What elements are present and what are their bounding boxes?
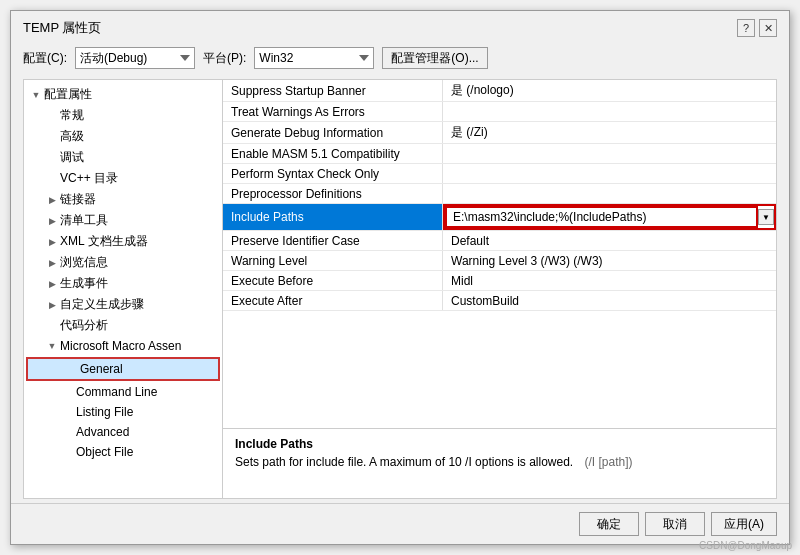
prop-row[interactable]: Warning Level Warning Level 3 (/W3) (/W3… <box>223 251 776 271</box>
tree-item-masm[interactable]: ▼ Microsoft Macro Assen <box>24 336 222 356</box>
tree-label: General <box>80 362 123 376</box>
prop-row[interactable]: Enable MASM 5.1 Compatibility <box>223 144 776 164</box>
prop-row[interactable]: Preprocessor Definitions <box>223 184 776 204</box>
prop-value: Midl <box>443 271 776 290</box>
tree-item-masm-general[interactable]: General <box>28 359 218 379</box>
properties-dialog: TEMP 属性页 ? ✕ 配置(C): 活动(Debug) 平台(P): Win… <box>10 10 790 545</box>
tree-label: Microsoft Macro Assen <box>60 339 181 353</box>
prop-row[interactable]: Generate Debug Information 是 (/Zi) <box>223 122 776 144</box>
prop-name: Suppress Startup Banner <box>223 80 443 101</box>
tree-item-linker[interactable]: ▶ 链接器 <box>24 189 222 210</box>
prop-name: Perform Syntax Check Only <box>223 164 443 183</box>
info-panel: Include Paths Sets path for include file… <box>223 428 776 498</box>
help-button[interactable]: ? <box>737 19 755 37</box>
tree-label: Object File <box>76 445 133 459</box>
tree-label: Command Line <box>76 385 157 399</box>
dialog-title: TEMP 属性页 <box>23 19 102 37</box>
apply-button[interactable]: 应用(A) <box>711 512 777 536</box>
tree-label: XML 文档生成器 <box>60 233 148 250</box>
config-select[interactable]: 活动(Debug) <box>75 47 195 69</box>
tree-label: 生成事件 <box>60 275 108 292</box>
platform-label: 平台(P): <box>203 50 246 67</box>
spacer-icon <box>44 150 60 166</box>
tree-item-clean[interactable]: ▶ 清单工具 <box>24 210 222 231</box>
tree-label: 常规 <box>60 107 84 124</box>
tree-item-browse[interactable]: ▶ 浏览信息 <box>24 252 222 273</box>
manager-button[interactable]: 配置管理器(O)... <box>382 47 487 69</box>
watermark: CSDN@DongMaoup <box>699 540 792 551</box>
expand-right-icon: ▶ <box>44 276 60 292</box>
include-paths-dropdown[interactable]: ▼ <box>758 209 774 225</box>
prop-row[interactable]: Perform Syntax Check Only <box>223 164 776 184</box>
prop-row[interactable]: Suppress Startup Banner 是 (/nologo) <box>223 80 776 102</box>
info-desc-text: Sets path for include file. A maximum of… <box>235 455 573 469</box>
prop-row[interactable]: Preserve Identifier Case Default <box>223 231 776 251</box>
prop-value <box>443 144 776 163</box>
tree-item-vcpp[interactable]: VC++ 目录 <box>24 168 222 189</box>
config-label: 配置(C): <box>23 50 67 67</box>
tree-label: 自定义生成步骤 <box>60 296 144 313</box>
prop-value: Default <box>443 231 776 250</box>
tree-item-codeana[interactable]: 代码分析 <box>24 315 222 336</box>
tree-item-xml[interactable]: ▶ XML 文档生成器 <box>24 231 222 252</box>
expand-right-icon: ▶ <box>44 297 60 313</box>
tree-root-label: 配置属性 <box>44 86 92 103</box>
tree-label: 代码分析 <box>60 317 108 334</box>
expand-right-icon: ▶ <box>44 213 60 229</box>
prop-value <box>443 164 776 183</box>
tree-item-build[interactable]: ▶ 生成事件 <box>24 273 222 294</box>
platform-select[interactable]: Win32 <box>254 47 374 69</box>
expand-down-icon: ▼ <box>44 338 60 354</box>
spacer-icon <box>64 361 80 377</box>
spacer-icon <box>44 171 60 187</box>
prop-name: Preprocessor Definitions <box>223 184 443 203</box>
info-hint: (/I [path]) <box>585 455 633 469</box>
main-content: ▼ 配置属性 常规 高级 调试 VC++ <box>11 75 789 503</box>
prop-value: 是 (/nologo) <box>443 80 776 101</box>
expand-right-icon: ▶ <box>44 192 60 208</box>
prop-name: Warning Level <box>223 251 443 270</box>
ok-button[interactable]: 确定 <box>579 512 639 536</box>
tree-label: VC++ 目录 <box>60 170 118 187</box>
tree-label: 浏览信息 <box>60 254 108 271</box>
expand-icon: ▼ <box>28 87 44 103</box>
tree-root: ▼ 配置属性 常规 高级 调试 VC++ <box>24 84 222 462</box>
prop-row[interactable]: Execute Before Midl <box>223 271 776 291</box>
title-bar: TEMP 属性页 ? ✕ <box>11 11 789 41</box>
tree-item-custom[interactable]: ▶ 自定义生成步骤 <box>24 294 222 315</box>
spacer-icon <box>60 444 76 460</box>
tree-label: 调试 <box>60 149 84 166</box>
spacer-icon <box>44 129 60 145</box>
prop-row-include-paths[interactable]: Include Paths E:\masm32\include;%(Includ… <box>223 204 776 231</box>
include-paths-value: E:\masm32\include;%(IncludePaths) <box>445 206 758 228</box>
right-panel: Suppress Startup Banner 是 (/nologo) Trea… <box>223 79 777 499</box>
tree-item-debug[interactable]: 调试 <box>24 147 222 168</box>
prop-name: Treat Warnings As Errors <box>223 102 443 121</box>
prop-value <box>443 184 776 203</box>
tree-root-item[interactable]: ▼ 配置属性 <box>24 84 222 105</box>
tree-item-masm-objfile[interactable]: Object File <box>24 442 222 462</box>
prop-row[interactable]: Treat Warnings As Errors <box>223 102 776 122</box>
config-bar: 配置(C): 活动(Debug) 平台(P): Win32 配置管理器(O)..… <box>11 41 789 75</box>
tree-item-advanced[interactable]: 高级 <box>24 126 222 147</box>
prop-name: Execute Before <box>223 271 443 290</box>
tree-panel: ▼ 配置属性 常规 高级 调试 VC++ <box>23 79 223 499</box>
tree-item-masm-cmdline[interactable]: Command Line <box>24 382 222 402</box>
tree-item-masm-advanced[interactable]: Advanced <box>24 422 222 442</box>
tree-item-masm-listing[interactable]: Listing File <box>24 402 222 422</box>
tree-label: 链接器 <box>60 191 96 208</box>
prop-row[interactable]: Execute After CustomBuild <box>223 291 776 311</box>
close-button[interactable]: ✕ <box>759 19 777 37</box>
spacer-icon <box>60 384 76 400</box>
prop-value: Warning Level 3 (/W3) (/W3) <box>443 251 776 270</box>
prop-value: 是 (/Zi) <box>443 122 776 143</box>
tree-item-general[interactable]: 常规 <box>24 105 222 126</box>
prop-value <box>443 102 776 121</box>
prop-name: Enable MASM 5.1 Compatibility <box>223 144 443 163</box>
spacer-icon <box>60 424 76 440</box>
prop-name: Execute After <box>223 291 443 310</box>
tree-label: Listing File <box>76 405 133 419</box>
prop-value-box: E:\masm32\include;%(IncludePaths) ▼ <box>443 204 776 230</box>
cancel-button[interactable]: 取消 <box>645 512 705 536</box>
prop-name: Generate Debug Information <box>223 122 443 143</box>
